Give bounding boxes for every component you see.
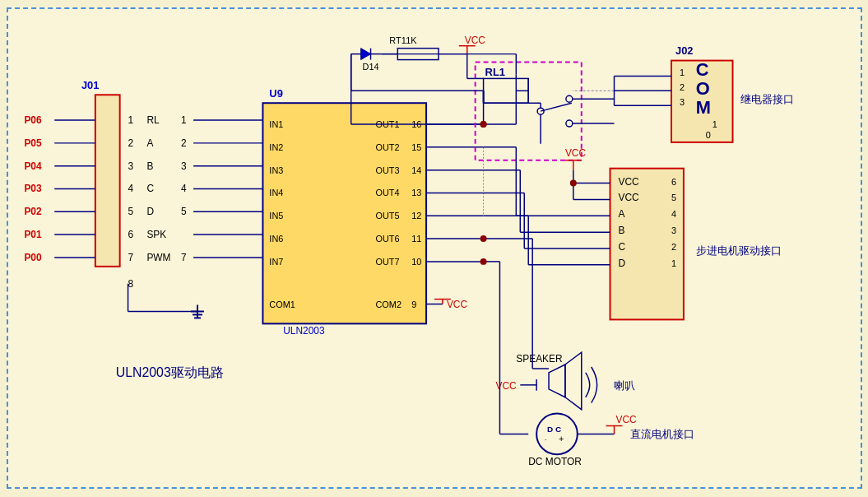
svg-text:+: + (558, 434, 563, 444)
svg-text:1K: 1K (406, 35, 417, 45)
svg-text:P03: P03 (24, 183, 42, 194)
svg-text:1: 1 (679, 67, 684, 77)
svg-text:U9: U9 (269, 87, 283, 100)
svg-text:OUT2: OUT2 (375, 142, 399, 152)
svg-text:VCC: VCC (564, 147, 586, 159)
svg-text:1: 1 (128, 114, 133, 126)
svg-text:ULN2003: ULN2003 (283, 325, 325, 337)
svg-text:VCC: VCC (618, 176, 639, 188)
svg-text:4: 4 (181, 183, 187, 194)
svg-text:OUT4: OUT4 (375, 188, 399, 197)
svg-text:OUT6: OUT6 (375, 234, 399, 244)
svg-text:喇叭: 喇叭 (614, 379, 635, 392)
svg-text:3: 3 (128, 160, 133, 172)
svg-text:C: C (555, 425, 560, 434)
svg-point-204 (480, 121, 486, 128)
svg-text:VCC: VCC (446, 299, 467, 310)
svg-text:VCC: VCC (615, 414, 637, 425)
svg-text:13: 13 (411, 188, 421, 197)
svg-text:VCC: VCC (464, 35, 485, 46)
svg-text:D14: D14 (362, 62, 378, 72)
svg-rect-1 (95, 95, 119, 267)
svg-text:ULN2003驱动电路: ULN2003驱动电路 (115, 365, 223, 379)
svg-text:VCC: VCC (495, 380, 517, 392)
svg-text:OUT7: OUT7 (375, 257, 399, 267)
svg-text:RT1: RT1 (389, 35, 406, 45)
svg-text:5: 5 (181, 206, 187, 217)
svg-point-180 (480, 235, 486, 242)
svg-text:10: 10 (411, 257, 421, 267)
svg-text:直流电机接口: 直流电机接口 (630, 428, 694, 440)
svg-text:O: O (695, 78, 709, 99)
svg-text:P01: P01 (24, 229, 42, 240)
svg-text:VCC: VCC (618, 192, 639, 203)
svg-text:RL1: RL1 (485, 66, 504, 78)
svg-text:J02: J02 (675, 44, 693, 57)
svg-text:P06: P06 (24, 114, 42, 126)
svg-text:3: 3 (671, 225, 676, 235)
svg-text:继电器接口: 继电器接口 (740, 93, 794, 105)
svg-text:D: D (547, 425, 553, 434)
svg-text:C: C (695, 59, 708, 80)
svg-text:1: 1 (671, 258, 676, 268)
svg-text:12: 12 (411, 211, 421, 221)
svg-text:1: 1 (181, 114, 187, 126)
svg-text:2: 2 (679, 82, 684, 92)
svg-text:2: 2 (671, 242, 676, 252)
svg-text:8: 8 (128, 278, 133, 290)
svg-text:IN7: IN7 (269, 257, 283, 267)
svg-text:3: 3 (679, 97, 684, 107)
svg-text:6: 6 (671, 177, 676, 187)
svg-text:OUT5: OUT5 (375, 211, 399, 221)
svg-text:A: A (146, 137, 153, 149)
svg-text:IN6: IN6 (269, 234, 283, 244)
svg-text:B: B (146, 160, 153, 172)
circuit-diagram: J01 P06 P05 P04 P03 P02 P01 P00 1 RL 1 2… (7, 7, 862, 489)
svg-rect-51 (262, 103, 426, 323)
svg-text:11: 11 (411, 234, 421, 244)
svg-text:6: 6 (128, 229, 133, 240)
svg-text:COM2: COM2 (375, 300, 402, 309)
svg-point-165 (569, 180, 576, 187)
svg-text:A: A (618, 208, 624, 220)
svg-text:IN4: IN4 (269, 188, 283, 197)
svg-text:IN3: IN3 (269, 165, 283, 175)
svg-text:P02: P02 (24, 206, 42, 217)
svg-text:2: 2 (181, 137, 187, 149)
svg-text:·: · (545, 435, 546, 444)
svg-text:5: 5 (128, 206, 133, 217)
svg-text:0: 0 (705, 130, 710, 140)
svg-text:RL: RL (146, 114, 160, 126)
svg-text:9: 9 (411, 300, 416, 309)
svg-text:SPK: SPK (146, 229, 166, 240)
svg-text:4: 4 (128, 183, 133, 194)
svg-text:1: 1 (712, 119, 717, 129)
svg-text:P05: P05 (24, 137, 42, 149)
svg-text:PWM: PWM (146, 252, 170, 263)
svg-text:3: 3 (181, 160, 187, 172)
svg-text:IN2: IN2 (269, 142, 283, 152)
svg-text:SPEAKER: SPEAKER (516, 353, 563, 365)
svg-text:步进电机驱动接口: 步进电机驱动接口 (695, 244, 781, 257)
svg-text:P00: P00 (24, 252, 42, 263)
svg-text:15: 15 (411, 142, 421, 152)
svg-text:COM1: COM1 (269, 300, 295, 309)
svg-text:D: D (618, 258, 625, 269)
j01-label: J01 (81, 79, 99, 91)
svg-text:IN5: IN5 (269, 211, 283, 221)
svg-point-179 (480, 258, 486, 265)
svg-text:DC MOTOR: DC MOTOR (528, 456, 582, 467)
svg-text:B: B (618, 225, 624, 236)
svg-text:P04: P04 (24, 160, 42, 172)
svg-text:D: D (146, 206, 154, 217)
svg-text:4: 4 (671, 209, 676, 219)
svg-text:2: 2 (128, 137, 133, 149)
svg-text:C: C (618, 241, 625, 253)
svg-text:M: M (695, 97, 710, 118)
svg-text:C: C (146, 183, 154, 194)
svg-text:7: 7 (181, 252, 187, 263)
svg-text:OUT3: OUT3 (375, 165, 399, 175)
svg-text:14: 14 (411, 165, 421, 175)
svg-text:5: 5 (671, 193, 676, 202)
svg-text:7: 7 (128, 252, 133, 263)
